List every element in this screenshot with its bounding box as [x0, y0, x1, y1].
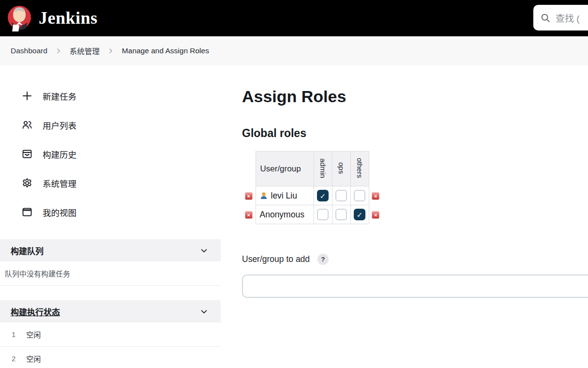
jenkins-home-link[interactable]: Jenkins	[7, 4, 98, 31]
user-group-to-add-input[interactable]	[242, 275, 588, 298]
sidebar-item-label: 构建历史	[43, 148, 76, 160]
brand-text: Jenkins	[39, 8, 98, 28]
global-roles-heading: Global roles	[242, 127, 588, 140]
user-cell: levi Liu	[256, 186, 314, 205]
sidebar-item-user-list[interactable]: 用户列表	[0, 110, 221, 139]
checkbox-ops[interactable]	[335, 209, 347, 220]
build-queue-empty-row: 队列中没有构建任务	[0, 261, 221, 286]
chevron-right-icon	[108, 48, 114, 54]
build-queue-title: 构建队列	[11, 245, 44, 257]
checkbox-others[interactable]	[354, 190, 365, 201]
sidebar-item-build-history[interactable]: 构建历史	[0, 139, 221, 169]
sidebar-item-manage-jenkins[interactable]: 系统管理	[0, 169, 221, 198]
user-name: Anonymous	[260, 210, 304, 220]
user-cell: Anonymous	[256, 205, 314, 224]
executor-row: 2 空闲	[0, 347, 221, 368]
chevron-down-icon	[200, 246, 208, 255]
page-title: Assign Roles	[242, 87, 588, 106]
sidebar-item-label: 用户列表	[43, 119, 76, 131]
users-icon	[21, 119, 33, 131]
checkbox-admin[interactable]	[317, 209, 329, 220]
top-bar: Jenkins 查找 (	[0, 0, 588, 36]
column-header-others: others	[350, 152, 369, 186]
sidebar-item-label: 我的视图	[43, 206, 76, 218]
column-header-user-group: User/group	[256, 152, 314, 186]
chevron-right-icon	[56, 48, 61, 54]
executor-status: 空闲	[26, 353, 41, 364]
my-views-icon	[21, 206, 33, 218]
build-executor-title: 构建执行状态	[11, 306, 60, 318]
column-header-admin: admin	[314, 152, 332, 186]
breadcrumb-current-page[interactable]: Manage and Assign Roles	[122, 46, 209, 55]
delete-row-icon[interactable]: ×	[245, 192, 253, 200]
table-row: × Anonymous ×	[242, 205, 382, 224]
sidebar: 新建任务 用户列表 构建历史	[0, 65, 221, 368]
executor-number: 2	[12, 354, 15, 363]
plus-icon	[21, 90, 33, 102]
table-row: × levi Liu	[242, 186, 382, 205]
search-box[interactable]: 查找 (	[533, 5, 588, 31]
sidebar-item-label: 系统管理	[43, 177, 76, 189]
checkbox-admin[interactable]	[317, 190, 329, 201]
search-placeholder: 查找 (	[556, 11, 580, 24]
build-history-icon	[21, 148, 33, 160]
checkbox-others[interactable]	[354, 209, 365, 220]
user-name: levi Liu	[271, 191, 297, 201]
breadcrumb: Dashboard 系统管理 Manage and Assign Roles	[0, 36, 588, 65]
chevron-down-icon	[200, 307, 208, 316]
gear-icon	[21, 177, 33, 189]
delete-row-icon[interactable]: ×	[372, 192, 379, 200]
jenkins-logo	[7, 4, 32, 31]
sidebar-item-new-job[interactable]: 新建任务	[0, 81, 221, 110]
user-icon	[260, 192, 268, 199]
search-icon	[540, 13, 551, 23]
build-queue-header[interactable]: 构建队列	[0, 239, 221, 261]
build-queue-empty-text: 队列中没有构建任务	[0, 268, 70, 278]
sidebar-item-label: 新建任务	[43, 90, 76, 102]
delete-row-icon[interactable]: ×	[245, 211, 253, 219]
breadcrumb-dashboard[interactable]: Dashboard	[11, 46, 47, 55]
breadcrumb-manage[interactable]: 系统管理	[70, 46, 100, 56]
executor-status: 空闲	[26, 329, 41, 339]
column-header-ops: ops	[332, 152, 350, 186]
help-button[interactable]: ?	[317, 254, 329, 265]
sidebar-item-my-views[interactable]: 我的视图	[0, 198, 221, 227]
checkbox-ops[interactable]	[335, 190, 347, 201]
main-content: Assign Roles Global roles User/group adm…	[221, 65, 588, 368]
build-executor-header[interactable]: 构建执行状态	[0, 300, 221, 322]
delete-row-icon[interactable]: ×	[372, 211, 379, 219]
executor-number: 1	[12, 330, 15, 338]
user-group-to-add-label: User/group to add	[242, 254, 310, 264]
global-roles-table: User/group admin ops others ×	[242, 151, 588, 224]
executor-row: 1 空闲	[0, 322, 221, 347]
